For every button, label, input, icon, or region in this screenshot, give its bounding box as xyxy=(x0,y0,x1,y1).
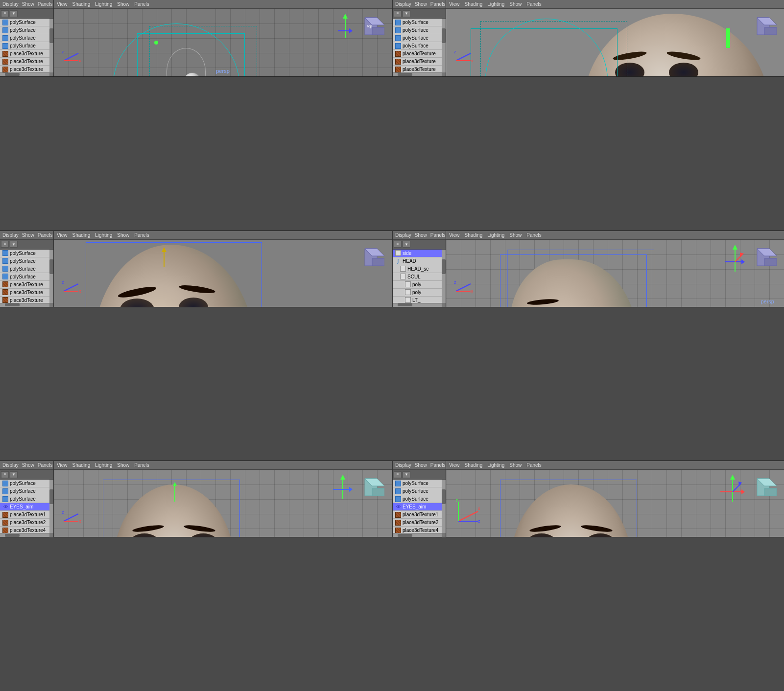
shading-menu-3[interactable]: Shading xyxy=(71,232,92,238)
lighting-menu-4[interactable]: Lighting xyxy=(486,232,505,238)
outliner-item[interactable]: polySurface xyxy=(393,480,446,487)
scrollbar-h-5[interactable] xyxy=(0,533,53,537)
show-menu-3[interactable]: Show xyxy=(21,232,35,238)
display-menu-3[interactable]: Display xyxy=(1,232,20,238)
view-menu-4[interactable]: View xyxy=(448,232,461,238)
outliner-item[interactable]: polySurface xyxy=(393,495,446,503)
outliner-item[interactable]: polySurface xyxy=(0,273,53,281)
outliner-item[interactable]: polySurface xyxy=(393,26,446,34)
outliner-item[interactable]: HEAD_sc xyxy=(393,265,446,273)
show-menu-2[interactable]: Show xyxy=(414,1,428,7)
panels-menu-vp6[interactable]: Panels xyxy=(525,462,543,468)
panels-menu-vp2[interactable]: Panels xyxy=(525,1,543,7)
outliner-btn-1[interactable]: ≡ xyxy=(1,10,9,17)
scrollbar-v-3[interactable] xyxy=(49,250,53,303)
outliner-item[interactable]: poly xyxy=(393,289,446,297)
show-menu-vp5[interactable]: Show xyxy=(116,462,130,468)
outliner-item[interactable]: place3dTexture xyxy=(0,58,53,66)
outliner-item[interactable]: polySurface xyxy=(0,19,53,26)
outliner-item[interactable]: place3dTexture xyxy=(393,58,446,66)
outliner-item[interactable]: polySurface xyxy=(393,487,446,495)
outliner-item[interactable]: place3dTexture2 xyxy=(0,519,53,527)
outliner-item[interactable]: ∫HEAD xyxy=(393,257,446,265)
display-menu-6[interactable]: Display xyxy=(394,462,412,468)
outliner-item[interactable]: 👁EYES_aim xyxy=(393,503,446,511)
scrollbar-v-4[interactable] xyxy=(442,250,446,303)
outliner-item[interactable]: polySurface xyxy=(393,42,446,50)
outliner-item[interactable]: polySurface xyxy=(0,250,53,257)
outliner-btn-2[interactable]: ▼ xyxy=(10,10,18,17)
outliner-btn-10[interactable]: ▼ xyxy=(10,471,18,478)
outliner-item[interactable]: place3dTexture xyxy=(0,50,53,58)
outliner-item[interactable]: place3dTexture4 xyxy=(0,527,53,533)
outliner-item[interactable]: polySurface xyxy=(393,34,446,42)
lighting-menu-5[interactable]: Lighting xyxy=(94,462,113,468)
outliner-item[interactable]: SCUL xyxy=(393,273,446,281)
outliner-item[interactable]: place3dTexture xyxy=(0,289,53,297)
outliner-btn-6[interactable]: ▼ xyxy=(10,241,18,248)
outliner-btn-3[interactable]: ≡ xyxy=(394,10,402,17)
outliner-item[interactable]: polySurface xyxy=(0,487,53,495)
panels-menu-vp3[interactable]: Panels xyxy=(133,232,150,238)
outliner-item[interactable]: place3dTexture1 xyxy=(0,511,53,519)
show-menu-5[interactable]: Show xyxy=(21,462,35,468)
outliner-item[interactable]: polySurface xyxy=(0,495,53,503)
outliner-item[interactable]: place3dTexture xyxy=(0,281,53,289)
outliner-btn-12[interactable]: ▼ xyxy=(403,471,410,478)
show-menu-vp1[interactable]: Show xyxy=(116,1,130,7)
scrollbar-v-2[interactable] xyxy=(442,19,446,72)
outliner-item[interactable]: polySurface xyxy=(0,26,53,34)
outliner-btn-9[interactable]: ≡ xyxy=(1,471,9,478)
outliner-item[interactable]: place3dTexture xyxy=(0,297,53,303)
display-menu-4[interactable]: Display xyxy=(394,232,412,238)
scrollbar-v-6[interactable] xyxy=(442,480,446,533)
shading-menu-1[interactable]: Shading xyxy=(71,1,92,7)
scrollbar-v-5[interactable] xyxy=(49,480,53,533)
display-menu-1[interactable]: Display xyxy=(1,1,20,7)
vp-content-5[interactable]: c e x z xyxy=(54,470,392,537)
view-menu-1[interactable]: View xyxy=(56,1,69,7)
outliner-btn-5[interactable]: ≡ xyxy=(1,241,9,248)
outliner-item[interactable]: side xyxy=(393,250,446,257)
show-menu-vp3[interactable]: Show xyxy=(116,232,130,238)
outliner-item[interactable]: polySurface xyxy=(393,19,446,26)
panels-menu-vp5[interactable]: Panels xyxy=(133,462,150,468)
vp-content-2[interactable]: x z xyxy=(446,9,784,76)
nav-cube-4[interactable] xyxy=(750,244,777,271)
vp-content-4[interactable]: c cc c x z xyxy=(446,240,784,307)
outliner-btn-7[interactable]: ≡ xyxy=(394,241,402,248)
outliner-item[interactable]: polySurface xyxy=(0,34,53,42)
shading-menu-5[interactable]: Shading xyxy=(71,462,92,468)
nav-cube-6[interactable] xyxy=(750,474,777,501)
outliner-item[interactable]: 👁EYES_aim xyxy=(0,503,53,511)
panels-menu-3[interactable]: Panels xyxy=(37,232,54,238)
lighting-menu-3[interactable]: Lighting xyxy=(94,232,113,238)
scrollbar-h-3[interactable] xyxy=(0,303,53,307)
outliner-item[interactable]: place3dTexture xyxy=(393,50,446,58)
outliner-item[interactable]: polySurface xyxy=(0,257,53,265)
panels-menu-vp4[interactable]: Panels xyxy=(525,232,543,238)
show-menu-4[interactable]: Show xyxy=(414,232,428,238)
panels-menu-5[interactable]: Panels xyxy=(37,462,54,468)
nav-cube-5[interactable] xyxy=(357,474,384,501)
vp-content-6[interactable]: c e x y z xyxy=(446,470,784,537)
nav-cube-2[interactable] xyxy=(750,13,777,40)
panels-menu-1[interactable]: Panels xyxy=(37,1,54,7)
view-menu-2[interactable]: View xyxy=(448,1,461,7)
scrollbar-h-4[interactable] xyxy=(393,303,446,307)
vp-content-3[interactable]: x z xyxy=(54,240,392,307)
lighting-menu-2[interactable]: Lighting xyxy=(486,1,505,7)
lighting-menu-6[interactable]: Lighting xyxy=(486,462,505,468)
scrollbar-h-2[interactable] xyxy=(393,72,446,76)
view-menu-3[interactable]: View xyxy=(56,232,69,238)
scrollbar-h-1[interactable] xyxy=(0,72,53,76)
lighting-menu-1[interactable]: Lighting xyxy=(94,1,113,7)
view-menu-6[interactable]: View xyxy=(448,462,461,468)
show-menu-vp2[interactable]: Show xyxy=(508,1,523,7)
panels-menu-4[interactable]: Panels xyxy=(429,232,447,238)
show-menu-1[interactable]: Show xyxy=(21,1,35,7)
outliner-item[interactable]: poly xyxy=(393,281,446,289)
shading-menu-2[interactable]: Shading xyxy=(464,1,484,7)
outliner-item[interactable]: polySurface xyxy=(0,480,53,487)
panels-menu-2[interactable]: Panels xyxy=(429,1,447,7)
